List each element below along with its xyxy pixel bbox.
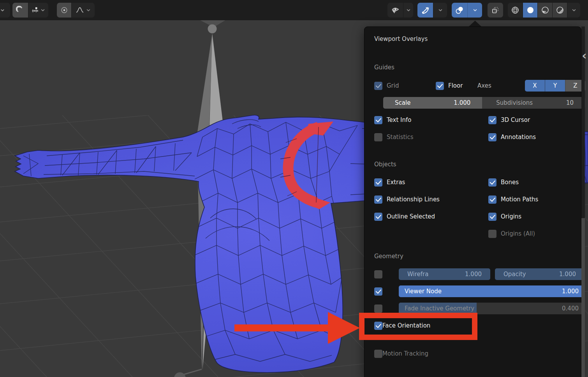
- motion-paths-checkbox[interactable]: [488, 196, 496, 204]
- checkbox-origins-all[interactable]: Origins (All): [488, 230, 535, 238]
- shading-wireframe-button[interactable]: [508, 3, 523, 18]
- region-scrollbar[interactable]: [581, 218, 585, 377]
- shading-rendered-button[interactable]: [552, 3, 567, 18]
- snapping-group: [12, 3, 48, 18]
- chevron-down-icon: [438, 7, 443, 13]
- viewer-node-slider[interactable]: Viewer Node 1.000: [399, 285, 584, 297]
- subdivisions-slider[interactable]: Subdivisions 10: [482, 97, 585, 109]
- bone-tail-sphere: [174, 372, 186, 377]
- floor-label: Floor: [448, 82, 463, 89]
- outline-selected-checkbox[interactable]: [374, 213, 382, 221]
- text-info-checkbox[interactable]: [374, 116, 382, 124]
- grid-checkbox[interactable]: [374, 82, 382, 90]
- relationship-lines-checkbox[interactable]: [374, 196, 382, 204]
- overlays-icon: [455, 6, 464, 14]
- grid-scale-bar: Scale 1.000 Subdivisions 10: [383, 97, 585, 109]
- viewer-node-slider-label: Viewer Node: [405, 288, 442, 295]
- annotations-label: Annotations: [501, 134, 536, 141]
- motion-paths-label: Motion Paths: [501, 196, 538, 203]
- gizmos-dropdown[interactable]: [433, 3, 447, 18]
- section-geometry: Geometry: [374, 253, 571, 261]
- axis-x-button[interactable]: X: [525, 80, 545, 92]
- wireframe-slider[interactable]: Wirefra 1.000: [399, 268, 490, 280]
- origins-all-checkbox[interactable]: [488, 230, 496, 238]
- cursor-3d-checkbox[interactable]: [488, 116, 496, 124]
- shading-dropdown[interactable]: [567, 3, 580, 18]
- fade-inactive-checkbox[interactable]: [374, 305, 382, 313]
- checkbox-text-info[interactable]: Text Info: [374, 116, 412, 124]
- rendered-sphere-icon: [556, 6, 564, 14]
- checkbox-floor[interactable]: Floor: [436, 82, 463, 90]
- shading-material-button[interactable]: [537, 3, 552, 18]
- section-objects: Objects: [374, 161, 571, 169]
- shading-solid-button[interactable]: [523, 3, 537, 18]
- motion-tracking-label: Motion Tracking: [382, 350, 428, 357]
- relationship-lines-label: Relationship Lines: [387, 196, 440, 203]
- annotation-arrow: [232, 310, 363, 347]
- statistics-checkbox[interactable]: [374, 133, 382, 141]
- checkbox-annotations[interactable]: Annotations: [488, 133, 536, 141]
- text-info-label: Text Info: [387, 116, 412, 123]
- extras-checkbox[interactable]: [374, 178, 382, 187]
- bones-checkbox[interactable]: [488, 178, 496, 187]
- floor-checkbox[interactable]: [436, 82, 444, 90]
- checkbox-extras[interactable]: Extras: [374, 178, 405, 187]
- axes-label: Axes: [477, 82, 491, 89]
- checkbox-motion-paths[interactable]: Motion Paths: [488, 196, 538, 204]
- overlays-group: [452, 3, 482, 18]
- eye-cursor-icon: [391, 5, 400, 15]
- snap-toggle-button[interactable]: [12, 3, 28, 18]
- axis-y-button[interactable]: Y: [545, 80, 565, 92]
- checkbox-grid[interactable]: Grid: [374, 82, 399, 90]
- show-object-types-group: [387, 3, 413, 18]
- viewer-node-checkbox[interactable]: [374, 287, 382, 296]
- subdivisions-value: 10: [566, 99, 574, 106]
- checkbox-origins[interactable]: Origins: [488, 213, 521, 221]
- xray-group: [488, 3, 503, 18]
- falloff-dropdown[interactable]: [71, 3, 95, 18]
- fade-inactive-slider-label: Fade Inactive Geometry: [405, 305, 474, 312]
- sidebar-collapse-arrow[interactable]: ‹: [581, 49, 588, 63]
- gizmos-group: [417, 3, 447, 18]
- xray-icon: [491, 6, 500, 14]
- wireframe-checkbox[interactable]: [374, 270, 382, 278]
- opacity-slider[interactable]: Opacity 1.000: [495, 268, 584, 280]
- show-object-types-button[interactable]: [387, 3, 403, 18]
- statistics-label: Statistics: [387, 134, 414, 141]
- proportional-edit-group: [57, 3, 95, 18]
- gizmos-toggle-button[interactable]: [417, 3, 433, 18]
- blender-3d-viewport: Viewport Overlays Guides Grid Floor Axes…: [0, 0, 588, 377]
- annotations-checkbox[interactable]: [488, 133, 496, 141]
- proportional-editing-button[interactable]: [57, 3, 71, 18]
- checkbox-relationship-lines[interactable]: Relationship Lines: [374, 196, 440, 204]
- falloff-curve-icon: [76, 6, 84, 14]
- checkbox-3d-cursor[interactable]: 3D Cursor: [488, 116, 530, 124]
- highlight-box: [359, 313, 477, 340]
- xray-toggle-button[interactable]: [488, 3, 503, 18]
- magnet-icon: [16, 6, 25, 14]
- checkbox-bones[interactable]: Bones: [488, 178, 519, 187]
- popover-title: Viewport Overlays: [374, 35, 571, 43]
- checkbox-statistics[interactable]: Statistics: [374, 133, 414, 141]
- chevron-down-icon[interactable]: [403, 3, 413, 18]
- snap-increment-icon: [31, 6, 39, 14]
- motion-tracking-checkbox[interactable]: [374, 350, 382, 358]
- bone-head-sphere: [208, 25, 217, 33]
- scale-slider[interactable]: Scale 1.000: [383, 97, 482, 109]
- scale-value: 1.000: [454, 99, 470, 106]
- shading-modes-group: [508, 3, 580, 18]
- origins-checkbox[interactable]: [488, 213, 496, 221]
- overlays-toggle-button[interactable]: [452, 3, 467, 18]
- chevron-down-icon: [86, 7, 91, 13]
- fade-inactive-slider-value: 0.400: [562, 305, 579, 312]
- snap-target-dropdown[interactable]: [28, 3, 48, 18]
- wireframe-slider-value: 1.000: [465, 271, 482, 278]
- popover-pointer: [469, 21, 481, 26]
- checkbox-outline-selected[interactable]: Outline Selected: [374, 213, 435, 221]
- material-sphere-icon: [541, 6, 549, 14]
- overlays-dropdown-open[interactable]: [467, 3, 482, 18]
- grid-label: Grid: [387, 82, 399, 89]
- chevron-down-icon: [571, 7, 577, 13]
- pivot-dropdown-partial[interactable]: [0, 3, 10, 18]
- axes-toggle-group: X Y Z: [525, 80, 585, 92]
